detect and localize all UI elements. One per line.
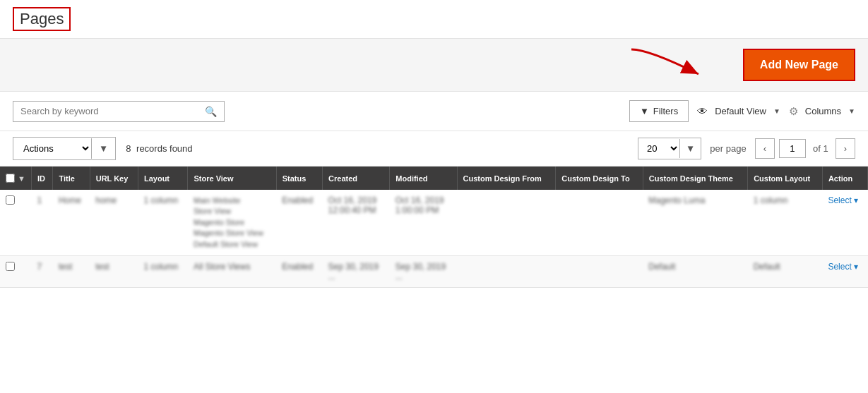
gear-icon: ⚙ (789, 105, 798, 118)
row-2-store-view: All Store Views (188, 255, 276, 287)
table-row: 7 test test 1 column All Store Views Ena… (0, 255, 868, 287)
row-1-action[interactable]: Select ▾ (822, 190, 867, 255)
row-1-select-link[interactable]: Select ▾ (828, 195, 858, 205)
row-1-url-key: home (90, 190, 138, 255)
col-status[interactable]: Status (276, 167, 322, 190)
col-created[interactable]: Created (323, 167, 390, 190)
pagination-right: 20 10 50 100 ▼ per page ‹ of 1 › (638, 138, 855, 159)
select-all-checkbox[interactable] (6, 174, 15, 183)
row-2-custom-to (556, 255, 643, 287)
toolbar-area: Add New Page (0, 39, 868, 92)
chevron-down-icon-2: ▼ (848, 107, 855, 115)
actions-select-wrap[interactable]: Actions ▼ (13, 137, 116, 160)
col-store-view[interactable]: Store View (188, 167, 276, 190)
row-2-action[interactable]: Select ▾ (822, 255, 867, 287)
actions-select[interactable]: Actions (13, 138, 91, 159)
add-new-page-button[interactable]: Add New Page (743, 49, 855, 81)
search-filter-bar: 🔍 ▼ Filters 👁 Default View ▼ ⚙ Columns ▼ (0, 92, 868, 131)
row-1-custom-to (556, 190, 643, 255)
columns-select[interactable]: ⚙ Columns ▼ (789, 105, 855, 118)
row-1-id: 1 (31, 190, 53, 255)
table-area: ▼ ID Title URL Key Layout Store View Sta… (0, 167, 868, 288)
col-url-key[interactable]: URL Key (90, 167, 138, 190)
row-1-layout: 1 column (138, 190, 188, 255)
eye-icon: 👁 (697, 105, 708, 117)
col-checkbox[interactable]: ▼ (0, 167, 31, 190)
col-custom-design-from[interactable]: Custom Design From (457, 167, 556, 190)
default-view-select[interactable]: 👁 Default View ▼ (697, 105, 780, 117)
col-action: Action (822, 167, 867, 190)
row-1-checkbox-cell[interactable] (0, 190, 31, 255)
col-title[interactable]: Title (53, 167, 90, 190)
chevron-down-icon: ▼ (773, 107, 780, 115)
row-1-title: Home (53, 190, 90, 255)
actions-pagination-bar: Actions ▼ 8 records found 20 10 50 100 ▼… (0, 131, 868, 167)
col-modified[interactable]: Modified (390, 167, 457, 190)
row-2-url-key: test (90, 255, 138, 287)
row-2-created: Sep 30, 2019... (323, 255, 390, 287)
row-2-id: 7 (31, 255, 53, 287)
funnel-icon: ▼ (640, 106, 649, 116)
data-table: ▼ ID Title URL Key Layout Store View Sta… (0, 167, 868, 288)
row-2-checkbox[interactable] (6, 262, 15, 271)
page-of-label: of 1 (813, 143, 828, 154)
col-id[interactable]: ID (31, 167, 53, 190)
actions-dropdown-button[interactable]: ▼ (91, 138, 115, 159)
row-2-modified: Sep 30, 2019... (390, 255, 457, 287)
row-2-custom-from (457, 255, 556, 287)
table-header-row: ▼ ID Title URL Key Layout Store View Sta… (0, 167, 868, 190)
row-1-custom-theme: Magento Luma (643, 190, 747, 255)
records-count: 8 (126, 143, 131, 154)
filters-label: Filters (653, 106, 678, 116)
row-2-custom-theme: Default (643, 255, 747, 287)
row-2-checkbox-cell[interactable] (0, 255, 31, 287)
page-header: Pages (0, 0, 868, 39)
per-page-dropdown-button[interactable]: ▼ (679, 139, 701, 158)
row-1-modified: Oct 16, 20191:00:00 PM (390, 190, 457, 255)
filter-group: ▼ Filters 👁 Default View ▼ ⚙ Columns ▼ (629, 100, 855, 122)
columns-label: Columns (805, 106, 841, 116)
search-input[interactable] (20, 106, 201, 116)
filters-button[interactable]: ▼ Filters (629, 100, 689, 122)
search-button[interactable]: 🔍 (201, 106, 217, 117)
row-2-select-link[interactable]: Select ▾ (828, 262, 858, 272)
actions-left: Actions ▼ 8 records found (13, 137, 193, 160)
arrow-annotation (628, 46, 713, 87)
per-page-select-wrap[interactable]: 20 10 50 100 ▼ (638, 138, 701, 159)
row-1-created: Oct 16, 201912:00:40 PM (323, 190, 390, 255)
table-row: 1 Home home 1 column Main WebsiteStore V… (0, 190, 868, 255)
records-suffix: records found (136, 143, 193, 154)
row-1-store-view: Main WebsiteStore ViewMagento StoreMagen… (188, 190, 276, 255)
next-page-button[interactable]: › (836, 138, 855, 159)
row-2-title: test (53, 255, 90, 287)
page-number-input[interactable] (779, 139, 806, 158)
records-found: 8 records found (126, 143, 192, 154)
col-layout[interactable]: Layout (138, 167, 188, 190)
per-page-select[interactable]: 20 10 50 100 (638, 138, 679, 159)
search-input-wrap[interactable]: 🔍 (13, 101, 225, 122)
default-view-label: Default View (715, 106, 766, 116)
chevron-down-icon-3[interactable]: ▼ (18, 174, 25, 183)
per-page-label: per page (710, 143, 746, 154)
col-custom-design-to[interactable]: Custom Design To (556, 167, 643, 190)
row-2-custom-layout: Default (748, 255, 823, 287)
row-1-custom-from (457, 190, 556, 255)
row-1-custom-layout: 1 column (748, 190, 823, 255)
col-custom-layout[interactable]: Custom Layout (748, 167, 823, 190)
col-custom-theme[interactable]: Custom Design Theme (643, 167, 747, 190)
row-2-status: Enabled (276, 255, 322, 287)
row-1-status: Enabled (276, 190, 322, 255)
page-title: Pages (13, 7, 71, 31)
row-2-layout: 1 column (138, 255, 188, 287)
prev-page-button[interactable]: ‹ (755, 138, 775, 159)
row-1-checkbox[interactable] (6, 195, 15, 205)
